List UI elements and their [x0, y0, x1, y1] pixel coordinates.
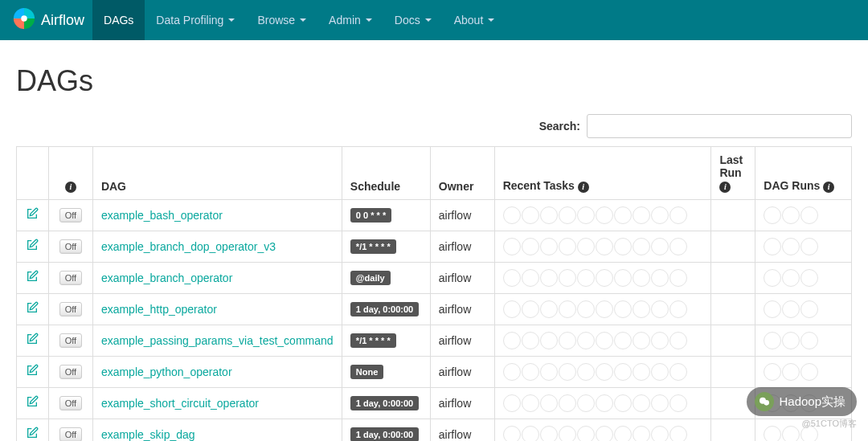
- status-circle[interactable]: [577, 206, 595, 224]
- status-circle[interactable]: [782, 332, 800, 349]
- edit-icon[interactable]: [26, 207, 39, 223]
- nav-item-browse[interactable]: Browse: [246, 0, 317, 40]
- edit-icon[interactable]: [26, 239, 39, 255]
- status-circle[interactable]: [577, 363, 595, 381]
- status-circle[interactable]: [540, 206, 558, 224]
- status-circle[interactable]: [577, 332, 595, 349]
- dag-link[interactable]: example_branch_operator: [101, 272, 232, 284]
- status-circle[interactable]: [503, 206, 521, 224]
- status-circle[interactable]: [782, 238, 800, 255]
- toggle-off-button[interactable]: Off: [59, 208, 82, 223]
- status-circle[interactable]: [651, 332, 669, 349]
- toggle-off-button[interactable]: Off: [59, 396, 82, 410]
- col-dag[interactable]: DAG: [92, 147, 342, 200]
- status-circle[interactable]: [522, 332, 539, 349]
- status-circle[interactable]: [800, 363, 818, 381]
- status-circle[interactable]: [614, 300, 632, 318]
- status-circle[interactable]: [577, 426, 595, 441]
- status-circle[interactable]: [651, 363, 669, 381]
- status-circle[interactable]: [596, 426, 613, 441]
- edit-icon[interactable]: [26, 333, 39, 349]
- status-circle[interactable]: [669, 300, 687, 318]
- status-circle[interactable]: [503, 300, 521, 318]
- status-circle[interactable]: [633, 363, 650, 381]
- status-circle[interactable]: [651, 394, 669, 412]
- edit-icon[interactable]: [26, 427, 39, 441]
- status-circle[interactable]: [559, 269, 576, 287]
- status-circle[interactable]: [614, 363, 632, 381]
- nav-item-data-profiling[interactable]: Data Profiling: [145, 0, 246, 40]
- status-circle[interactable]: [764, 394, 781, 412]
- dag-link[interactable]: example_python_operator: [101, 365, 232, 378]
- status-circle[interactable]: [782, 206, 800, 224]
- status-circle[interactable]: [559, 394, 576, 412]
- schedule-badge[interactable]: */1 * * * *: [350, 333, 396, 348]
- status-circle[interactable]: [764, 363, 781, 381]
- status-circle[interactable]: [782, 363, 800, 381]
- dag-link[interactable]: example_bash_operator: [101, 209, 223, 222]
- status-circle[interactable]: [522, 394, 539, 412]
- status-circle[interactable]: [540, 332, 558, 349]
- status-circle[interactable]: [559, 300, 576, 318]
- edit-icon[interactable]: [26, 301, 39, 317]
- status-circle[interactable]: [559, 206, 576, 224]
- toggle-off-button[interactable]: Off: [59, 302, 82, 316]
- status-circle[interactable]: [559, 332, 576, 349]
- dag-link[interactable]: example_skip_dag: [101, 428, 195, 441]
- nav-item-docs[interactable]: Docs: [383, 0, 443, 40]
- status-circle[interactable]: [782, 394, 800, 412]
- status-circle[interactable]: [596, 300, 613, 318]
- status-circle[interactable]: [669, 426, 687, 441]
- status-circle[interactable]: [596, 332, 613, 349]
- toggle-off-button[interactable]: Off: [59, 239, 82, 254]
- status-circle[interactable]: [669, 206, 687, 224]
- status-circle[interactable]: [540, 363, 558, 381]
- status-circle[interactable]: [651, 426, 669, 441]
- status-circle[interactable]: [633, 332, 650, 349]
- status-circle[interactable]: [614, 394, 632, 412]
- status-circle[interactable]: [596, 238, 613, 255]
- nav-item-about[interactable]: About: [443, 0, 506, 40]
- status-circle[interactable]: [577, 394, 595, 412]
- col-schedule[interactable]: Schedule: [342, 147, 430, 200]
- status-circle[interactable]: [614, 269, 632, 287]
- status-circle[interactable]: [540, 300, 558, 318]
- dag-link[interactable]: example_branch_dop_operator_v3: [101, 240, 276, 253]
- schedule-badge[interactable]: 1 day, 0:00:00: [350, 427, 419, 441]
- status-circle[interactable]: [782, 300, 800, 318]
- status-circle[interactable]: [577, 238, 595, 255]
- status-circle[interactable]: [577, 269, 595, 287]
- status-circle[interactable]: [633, 426, 650, 441]
- toggle-off-button[interactable]: Off: [59, 365, 82, 379]
- status-circle[interactable]: [559, 426, 576, 441]
- status-circle[interactable]: [522, 206, 539, 224]
- edit-icon[interactable]: [26, 395, 39, 411]
- status-circle[interactable]: [596, 206, 613, 224]
- status-circle[interactable]: [596, 394, 613, 412]
- status-circle[interactable]: [596, 363, 613, 381]
- status-circle[interactable]: [559, 238, 576, 255]
- status-circle[interactable]: [782, 426, 800, 441]
- edit-icon[interactable]: [26, 364, 39, 380]
- status-circle[interactable]: [764, 238, 781, 255]
- status-circle[interactable]: [596, 269, 613, 287]
- schedule-badge[interactable]: @daily: [350, 271, 391, 285]
- status-circle[interactable]: [764, 332, 781, 349]
- status-circle[interactable]: [503, 426, 521, 441]
- status-circle[interactable]: [522, 238, 539, 255]
- status-circle[interactable]: [633, 206, 650, 224]
- status-circle[interactable]: [800, 269, 818, 287]
- status-circle[interactable]: [800, 332, 818, 349]
- schedule-badge[interactable]: None: [350, 365, 384, 379]
- nav-item-dags[interactable]: DAGs: [92, 0, 145, 40]
- brand[interactable]: Airflow: [12, 6, 92, 35]
- dag-link[interactable]: example_passing_params_via_test_command: [101, 334, 334, 347]
- col-owner[interactable]: Owner: [430, 147, 494, 200]
- status-circle[interactable]: [651, 238, 669, 255]
- status-circle[interactable]: [503, 363, 521, 381]
- status-circle[interactable]: [522, 269, 539, 287]
- status-circle[interactable]: [800, 300, 818, 318]
- toggle-off-button[interactable]: Off: [59, 427, 82, 441]
- schedule-badge[interactable]: 0 0 * * *: [350, 208, 391, 223]
- status-circle[interactable]: [503, 238, 521, 255]
